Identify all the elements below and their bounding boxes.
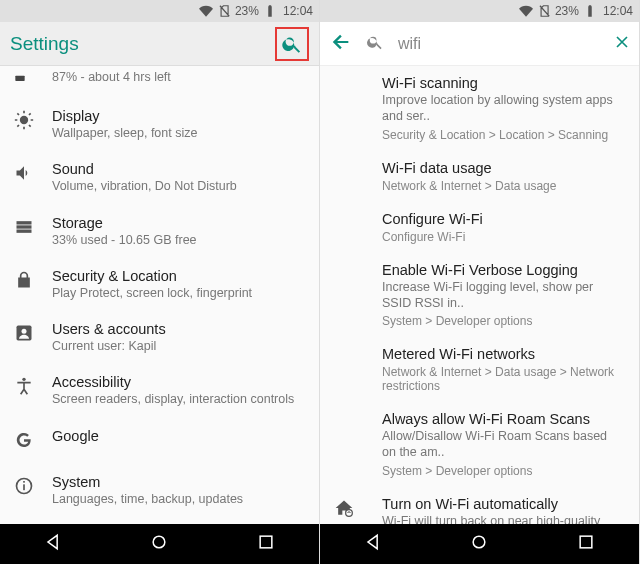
- settings-row-system[interactable]: SystemLanguages, time, backup, updates: [0, 464, 319, 517]
- settings-row-security[interactable]: Security & LocationPlay Protect, screen …: [0, 258, 319, 311]
- nav-bar: [320, 524, 639, 564]
- nav-back[interactable]: [363, 532, 383, 556]
- settings-row-sound[interactable]: SoundVolume, vibration, Do Not Disturb: [0, 151, 319, 204]
- settings-row-display[interactable]: DisplayWallpaper, sleep, font size: [0, 98, 319, 151]
- result-verbose-logging[interactable]: Enable Wi-Fi Verbose Logging Increase Wi…: [320, 253, 639, 338]
- nav-recents[interactable]: [256, 532, 276, 556]
- result-configure-wifi[interactable]: Configure Wi-Fi Configure Wi-Fi: [320, 202, 639, 253]
- nav-back[interactable]: [43, 532, 63, 556]
- home-refresh-icon: [334, 498, 354, 522]
- settings-row-battery-partial[interactable]: 87% - about 4 hrs left: [0, 66, 319, 98]
- svg-rect-0: [15, 76, 24, 81]
- svg-point-1: [20, 116, 28, 124]
- result-turn-on-wifi-auto[interactable]: Turn on Wi-Fi automatically Wi-Fi will t…: [320, 487, 639, 525]
- battery-icon: [263, 4, 277, 18]
- sound-icon: [14, 163, 34, 187]
- app-bar: Settings: [0, 22, 319, 66]
- battery-sub: 87% - about 4 hrs left: [52, 69, 301, 85]
- google-icon: [14, 430, 34, 454]
- battery-pct: 23%: [235, 4, 259, 18]
- back-button[interactable]: [330, 31, 352, 57]
- settings-row-google[interactable]: Google: [0, 418, 319, 464]
- search-button-highlight: [275, 27, 309, 61]
- search-results-list[interactable]: Wi-Fi scanning Improve location by allow…: [320, 66, 639, 524]
- search-input[interactable]: [398, 35, 598, 53]
- clock: 12:04: [283, 4, 313, 18]
- storage-icon: [14, 217, 34, 241]
- nav-home[interactable]: [149, 532, 169, 556]
- clear-button[interactable]: [612, 32, 632, 56]
- search-app-bar: [320, 22, 639, 66]
- lock-icon: [14, 270, 34, 294]
- status-bar: 23% 12:04: [0, 0, 319, 22]
- settings-row-users[interactable]: Users & accountsCurrent user: Kapil: [0, 311, 319, 364]
- svg-point-14: [474, 536, 486, 548]
- display-icon: [14, 110, 34, 134]
- svg-rect-15: [580, 536, 592, 548]
- nav-home[interactable]: [469, 532, 489, 556]
- wifi-status-icon: [199, 4, 213, 18]
- svg-rect-4: [17, 229, 32, 232]
- app-title: Settings: [10, 33, 275, 55]
- svg-rect-10: [23, 481, 25, 483]
- search-icon[interactable]: [281, 33, 303, 55]
- svg-point-13: [346, 509, 353, 516]
- settings-screen: 23% 12:04 Settings 87% - about 4 hrs lef…: [0, 0, 320, 564]
- no-sim-icon: [217, 4, 231, 18]
- result-metered-wifi[interactable]: Metered Wi-Fi networks Network & Interne…: [320, 337, 639, 402]
- svg-point-6: [22, 329, 27, 334]
- svg-rect-12: [260, 536, 272, 548]
- settings-list[interactable]: 87% - about 4 hrs left DisplayWallpaper,…: [0, 66, 319, 524]
- svg-rect-2: [17, 221, 32, 224]
- result-wifi-scanning[interactable]: Wi-Fi scanning Improve location by allow…: [320, 66, 639, 151]
- no-sim-icon: [537, 4, 551, 18]
- status-bar: 23% 12:04: [320, 0, 639, 22]
- svg-point-11: [154, 536, 166, 548]
- nav-bar: [0, 524, 319, 564]
- settings-row-storage[interactable]: Storage33% used - 10.65 GB free: [0, 205, 319, 258]
- user-icon: [14, 323, 34, 347]
- settings-row-accessibility[interactable]: AccessibilityScreen readers, display, in…: [0, 364, 319, 417]
- battery-pct: 23%: [555, 4, 579, 18]
- info-icon: [14, 476, 34, 500]
- battery-outline-icon: [14, 70, 30, 88]
- wifi-status-icon: [519, 4, 533, 18]
- clock: 12:04: [603, 4, 633, 18]
- result-roam-scans[interactable]: Always allow Wi-Fi Roam Scans Allow/Disa…: [320, 402, 639, 487]
- search-icon: [366, 33, 384, 55]
- nav-recents[interactable]: [576, 532, 596, 556]
- result-wifi-data-usage[interactable]: Wi-Fi data usage Network & Internet > Da…: [320, 151, 639, 202]
- svg-point-7: [22, 378, 25, 381]
- search-results-screen: 23% 12:04 Wi-Fi scanning Improve locatio…: [320, 0, 640, 564]
- accessibility-icon: [14, 376, 34, 400]
- battery-icon: [583, 4, 597, 18]
- svg-rect-3: [17, 225, 32, 228]
- svg-rect-9: [23, 484, 25, 490]
